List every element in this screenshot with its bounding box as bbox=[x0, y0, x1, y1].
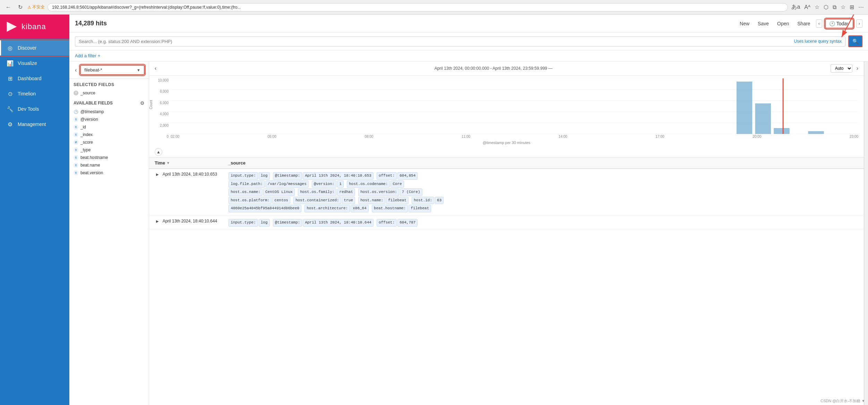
index-selector-box[interactable]: filebeat-* ▼ bbox=[80, 65, 145, 75]
tag-timestamp-key: @timestamp: bbox=[273, 172, 302, 180]
x-tick-1100: 11:00 bbox=[462, 135, 470, 138]
browser-warning: ⚠ 不安全 bbox=[27, 4, 45, 10]
tag-osfamily-key: host.os.family: bbox=[298, 188, 336, 196]
bookmark-button[interactable]: ☆ bbox=[814, 3, 820, 11]
kibana-logo-icon bbox=[6, 20, 18, 33]
reader-button[interactable]: Aᴬ bbox=[803, 3, 811, 11]
tag-arch-key: host.architecture: bbox=[304, 205, 350, 212]
add-filter-button[interactable]: Add a filter + bbox=[75, 53, 100, 58]
time-prev-button[interactable]: ‹ bbox=[816, 19, 822, 28]
expand-row-1-button[interactable]: ▶ bbox=[155, 172, 160, 176]
tag-input-type-key: input.type: bbox=[229, 172, 258, 180]
gear-button[interactable]: ⚙ bbox=[140, 100, 145, 106]
top-bar: 14,289 hits New Save Open Share ‹ 🕐 Toda… bbox=[69, 15, 868, 33]
index-prev-button[interactable]: ‹ bbox=[74, 66, 78, 75]
sidebar-item-label-devtools: Dev Tools bbox=[18, 106, 39, 112]
split-button[interactable]: ⧉ bbox=[832, 3, 837, 11]
field-item-beat-hostname[interactable]: t beat.hostname bbox=[69, 154, 149, 161]
time-next-button[interactable]: › bbox=[856, 19, 862, 28]
field-score-label: _score bbox=[80, 140, 93, 145]
data-table-wrap[interactable]: Time ▼ _source ▶ Ap bbox=[149, 158, 864, 405]
expand-row-2-button[interactable]: ▶ bbox=[155, 219, 160, 223]
interval-select[interactable]: Auto bbox=[831, 64, 852, 73]
kibana-logo-text: kibana bbox=[22, 22, 46, 31]
hits-number: 14,289 bbox=[75, 20, 94, 27]
search-submit-button[interactable]: 🔍 bbox=[848, 35, 862, 47]
tag-atversion-key: @version: bbox=[312, 180, 336, 188]
hits-count: 14,289 hits bbox=[75, 20, 733, 27]
lucene-link[interactable]: Uses lucene query syntax bbox=[794, 39, 842, 44]
browser-refresh-button[interactable]: ↻ bbox=[16, 3, 25, 11]
table-row: ▶ April 13th 2024, 18:40:10.644 input.ty… bbox=[149, 216, 864, 230]
open-button[interactable]: Open bbox=[774, 19, 792, 28]
chart-next-button[interactable]: › bbox=[857, 65, 858, 71]
tag-osname-val: CentOS Linux bbox=[263, 188, 295, 196]
browser-url-bar[interactable] bbox=[48, 3, 788, 11]
bar-medium bbox=[755, 103, 771, 134]
sidebar-item-label-visualize: Visualize bbox=[18, 60, 37, 66]
field-item-index[interactable]: t _index bbox=[69, 131, 149, 138]
share-button[interactable]: Share bbox=[794, 19, 813, 28]
collapse-chart-button[interactable]: ▲ bbox=[155, 148, 162, 156]
sidebar-item-dashboard[interactable]: ⊞ Dashboard bbox=[0, 71, 69, 86]
time-value-2: April 13th 2024, 18:40:10.644 bbox=[163, 219, 217, 223]
right-scrollbar[interactable] bbox=[864, 61, 868, 405]
field-item-id[interactable]: t _id bbox=[69, 123, 149, 131]
chart-prev-button[interactable]: ‹ bbox=[155, 65, 156, 71]
search-input[interactable] bbox=[79, 39, 794, 44]
histogram-chart bbox=[171, 78, 858, 134]
extension-button[interactable]: ⬡ bbox=[823, 3, 829, 11]
sidebar-item-visualize[interactable]: 📊 Visualize bbox=[0, 56, 69, 71]
main-content: 14,289 hits New Save Open Share ‹ 🕐 Toda… bbox=[69, 15, 868, 405]
field-type-question-icon: ? bbox=[74, 91, 78, 95]
tag-hostid-val: 63 bbox=[435, 197, 444, 204]
field-item-version[interactable]: t @version bbox=[69, 116, 149, 123]
field-beat-hostname-label: beat.hostname bbox=[80, 155, 108, 160]
today-label: Today bbox=[836, 21, 849, 26]
browser-back-button[interactable]: ← bbox=[3, 3, 13, 11]
save-button[interactable]: Save bbox=[755, 19, 772, 28]
field-item-timestamp[interactable]: 🕐 @timestamp bbox=[69, 108, 149, 116]
today-button[interactable]: 🕐 Today bbox=[825, 19, 853, 28]
tag-hostname-key: host.name: bbox=[358, 197, 385, 204]
content-area: ‹ filebeat-* ▼ Selected Fields ? _source… bbox=[69, 61, 868, 405]
data-table: Time ▼ _source ▶ Ap bbox=[149, 158, 864, 230]
favorites-button[interactable]: ☆ bbox=[840, 3, 846, 11]
field-item-score[interactable]: # _score bbox=[69, 138, 149, 146]
more-button[interactable]: ⋯ bbox=[858, 3, 865, 11]
tag2-timestamp-val: April 13th 2024, 18:40:10.644 bbox=[303, 219, 373, 227]
devtools-icon: 🔧 bbox=[7, 106, 14, 112]
time-range-text: April 13th 2024, 00:00:00.000 - April 13… bbox=[161, 66, 826, 71]
sidebar-item-timelion[interactable]: ⊙ Timelion bbox=[0, 86, 69, 101]
search-bar: Uses lucene query syntax 🔍 bbox=[69, 33, 868, 50]
field-type-t-icon-index: t bbox=[74, 132, 78, 137]
field-item-beat-name[interactable]: t beat.name bbox=[69, 161, 149, 169]
apps-button[interactable]: ⊞ bbox=[849, 3, 855, 11]
lang-button[interactable]: あa bbox=[791, 3, 801, 11]
field-beat-name-label: beat.name bbox=[80, 163, 100, 168]
sidebar-item-devtools[interactable]: 🔧 Dev Tools bbox=[0, 101, 69, 117]
time-column-header[interactable]: Time ▼ bbox=[149, 158, 223, 169]
x-tick-1400: 14:00 bbox=[559, 135, 567, 138]
bar-large bbox=[737, 82, 752, 134]
field-item-source[interactable]: ? _source bbox=[69, 89, 149, 97]
search-input-wrap: Uses lucene query syntax bbox=[75, 36, 845, 47]
field-type-label: _type bbox=[80, 147, 91, 152]
tag-input-type-val: log bbox=[259, 172, 270, 180]
bar-small-1 bbox=[774, 128, 789, 134]
index-selector-arrow-icon: ▼ bbox=[137, 68, 140, 72]
sidebar-logo: kibana bbox=[0, 15, 69, 39]
field-item-beat-version[interactable]: t beat.version bbox=[69, 169, 149, 177]
field-beat-version-label: beat.version bbox=[80, 170, 103, 175]
dashboard-icon: ⊞ bbox=[7, 75, 14, 82]
tag-atversion-val: 1 bbox=[337, 180, 344, 188]
chart-container: 0 2,000 4,000 6,000 8,000 10,000 bbox=[149, 76, 864, 140]
new-button[interactable]: New bbox=[737, 19, 752, 28]
data-panel: ‹ April 13th 2024, 00:00:00.000 - April … bbox=[149, 61, 864, 405]
visualize-icon: 📊 bbox=[7, 60, 14, 67]
sidebar-item-management[interactable]: ⚙ Management bbox=[0, 117, 69, 132]
tag-hostid2-val: 4860e25a4045bf95a844914d86bee0 bbox=[229, 205, 301, 212]
tag-osname-key: host.os.name: bbox=[229, 188, 263, 196]
sidebar-item-discover[interactable]: ◎ Discover bbox=[0, 40, 69, 56]
field-item-type[interactable]: t _type bbox=[69, 146, 149, 154]
